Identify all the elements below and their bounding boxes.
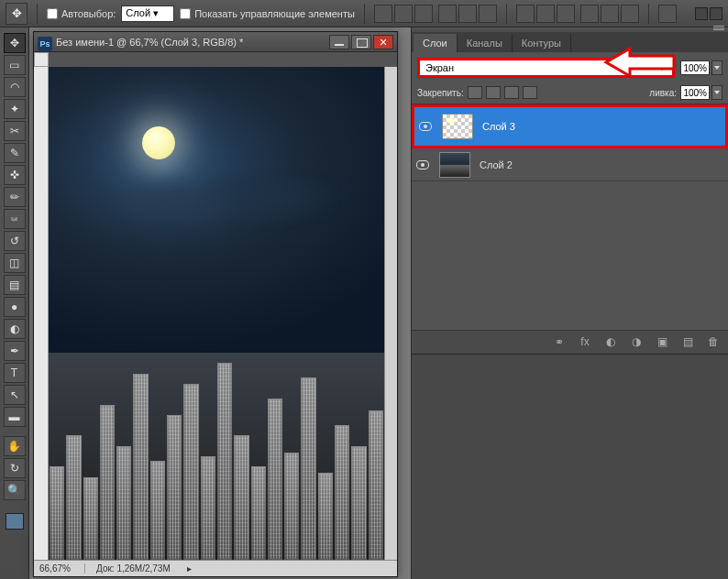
lock-pixels-icon[interactable] bbox=[486, 86, 501, 99]
fill-input[interactable] bbox=[680, 85, 710, 100]
distribute-button[interactable] bbox=[536, 5, 555, 23]
distribute-button[interactable] bbox=[621, 5, 639, 23]
align-group-2 bbox=[438, 5, 497, 23]
blur-tool[interactable]: ● bbox=[4, 297, 26, 317]
type-tool[interactable]: T bbox=[4, 363, 26, 383]
lock-label: Закрепить: bbox=[417, 88, 464, 98]
distribute-button[interactable] bbox=[601, 5, 619, 23]
info-dropdown-icon[interactable]: ▸ bbox=[187, 563, 192, 574]
document-title: Ps Без имени-1 @ 66,7% (Слой 3, RGB/8) * bbox=[38, 37, 329, 48]
path-tool[interactable]: ↖ bbox=[4, 385, 26, 405]
canvas[interactable] bbox=[49, 67, 384, 560]
foreground-color-swatch[interactable] bbox=[6, 513, 24, 530]
eye-icon bbox=[416, 160, 429, 169]
layers-panel-footer: ⚭ fx ◐ ◑ ▣ ▤ 🗑 bbox=[412, 330, 728, 354]
lock-transparency-icon[interactable] bbox=[468, 86, 482, 99]
pen-tool[interactable]: ✒ bbox=[4, 341, 26, 361]
history-brush-tool[interactable]: ↺ bbox=[4, 231, 26, 251]
adjustment-layer-icon[interactable]: ◑ bbox=[627, 333, 645, 350]
link-layers-icon[interactable]: ⚭ bbox=[550, 333, 568, 350]
brush-tool[interactable]: ✏ bbox=[4, 187, 26, 207]
zoom-value[interactable]: 66,67% bbox=[39, 563, 85, 574]
align-button[interactable] bbox=[458, 5, 477, 23]
layer-name[interactable]: Слой 2 bbox=[476, 159, 728, 170]
align-button[interactable] bbox=[374, 5, 392, 23]
align-button[interactable] bbox=[414, 5, 433, 23]
align-button[interactable] bbox=[438, 5, 457, 23]
delete-layer-icon[interactable]: 🗑 bbox=[704, 333, 722, 350]
new-layer-icon[interactable]: ▤ bbox=[678, 333, 697, 350]
ruler-vertical[interactable] bbox=[34, 67, 49, 560]
distribute-button[interactable] bbox=[516, 5, 535, 23]
opacity-input[interactable] bbox=[680, 60, 710, 75]
fill-dropdown-icon[interactable] bbox=[711, 85, 722, 100]
healing-tool[interactable]: ✜ bbox=[4, 165, 26, 185]
shape-tool[interactable]: ▬ bbox=[4, 407, 26, 427]
divider bbox=[648, 4, 649, 24]
rotate-tool[interactable]: ↻ bbox=[4, 458, 26, 478]
tab-paths[interactable]: Контуры bbox=[513, 34, 571, 52]
scrollbar-vertical[interactable] bbox=[384, 67, 397, 560]
layer-row[interactable]: Слой 3 bbox=[412, 104, 728, 148]
layer-row[interactable]: Слой 2 bbox=[412, 148, 728, 181]
toolbox: ✥ ▭ ◠ ✦ ✂ ✎ ✜ ✏ ⎃ ↺ ◫ ▤ ● ◐ ✒ T ↖ ▬ ✋ ↻ … bbox=[0, 27, 29, 579]
layer-thumbnail[interactable] bbox=[439, 152, 470, 178]
workspace: Ps Без имени-1 @ 66,7% (Слой 3, RGB/8) *… bbox=[29, 27, 411, 579]
dropdown-arrow-icon bbox=[657, 65, 667, 71]
panel-collapse-icons bbox=[695, 7, 722, 20]
lasso-tool[interactable]: ◠ bbox=[4, 77, 26, 97]
fill-field[interactable] bbox=[680, 85, 722, 100]
opacity-dropdown-icon[interactable] bbox=[711, 60, 722, 75]
minimize-button[interactable] bbox=[329, 35, 349, 49]
opacity-field[interactable] bbox=[680, 60, 722, 75]
divider bbox=[364, 4, 365, 24]
auto-align-button[interactable] bbox=[658, 5, 677, 23]
maximize-button[interactable] bbox=[351, 35, 371, 49]
group-icon[interactable]: ▣ bbox=[653, 333, 671, 350]
move-tool-indicator: ✥ bbox=[6, 3, 28, 25]
layer-mask-icon[interactable]: ◐ bbox=[601, 333, 620, 350]
gradient-tool[interactable]: ▤ bbox=[4, 275, 26, 295]
auto-select-target-dropdown[interactable]: Слой ▾ bbox=[121, 5, 174, 22]
distribute-button[interactable] bbox=[557, 5, 575, 23]
moon-image bbox=[142, 126, 175, 159]
collapse-icon[interactable] bbox=[710, 7, 722, 20]
align-button[interactable] bbox=[394, 5, 413, 23]
layer-name[interactable]: Слой 3 bbox=[479, 121, 725, 132]
marquee-tool[interactable]: ▭ bbox=[4, 55, 26, 75]
doc-size-label: Док: 1,26M/2,73M bbox=[96, 563, 171, 574]
collapse-icon[interactable] bbox=[695, 7, 708, 20]
tab-channels[interactable]: Каналы bbox=[458, 34, 513, 52]
eraser-tool[interactable]: ◫ bbox=[4, 253, 26, 273]
visibility-toggle[interactable] bbox=[414, 122, 436, 131]
ruler-corner bbox=[34, 52, 49, 67]
close-button[interactable] bbox=[373, 35, 393, 49]
layer-thumbnail[interactable] bbox=[442, 114, 473, 139]
blend-mode-dropdown[interactable]: Экран bbox=[417, 58, 675, 78]
move-tool[interactable]: ✥ bbox=[4, 33, 26, 53]
zoom-tool[interactable]: 🔍 bbox=[4, 480, 26, 500]
divider bbox=[37, 4, 38, 24]
tab-layers[interactable]: Слои bbox=[414, 34, 458, 52]
layer-fx-icon[interactable]: fx bbox=[576, 333, 594, 350]
stamp-tool[interactable]: ⎃ bbox=[4, 209, 26, 229]
document-body: 0 50 100 150 200 250 300 350 400 450 500 bbox=[34, 52, 397, 576]
lock-all-icon[interactable] bbox=[523, 86, 537, 99]
auto-select-label: Автовыбор: bbox=[61, 8, 116, 19]
main-area: ✥ ▭ ◠ ✦ ✂ ✎ ✜ ✏ ⎃ ↺ ◫ ▤ ● ◐ ✒ T ↖ ▬ ✋ ↻ … bbox=[0, 27, 728, 579]
hand-tool[interactable]: ✋ bbox=[4, 436, 26, 456]
wand-tool[interactable]: ✦ bbox=[4, 99, 26, 119]
dodge-tool[interactable]: ◐ bbox=[4, 319, 26, 339]
visibility-toggle[interactable] bbox=[412, 160, 434, 169]
lock-position-icon[interactable] bbox=[504, 86, 519, 99]
distribute-button[interactable] bbox=[580, 5, 599, 23]
align-button[interactable] bbox=[479, 5, 497, 23]
panel-tabs: Слои Каналы Контуры bbox=[412, 32, 728, 52]
eye-icon bbox=[419, 122, 432, 131]
auto-select-checkbox[interactable]: Автовыбор: bbox=[47, 8, 116, 19]
crop-tool[interactable]: ✂ bbox=[4, 121, 26, 141]
eyedropper-tool[interactable]: ✎ bbox=[4, 143, 26, 163]
show-controls-checkbox[interactable]: Показать управляющие элементы bbox=[180, 8, 355, 19]
window-buttons bbox=[329, 35, 393, 49]
document-titlebar[interactable]: Ps Без имени-1 @ 66,7% (Слой 3, RGB/8) * bbox=[34, 32, 397, 52]
